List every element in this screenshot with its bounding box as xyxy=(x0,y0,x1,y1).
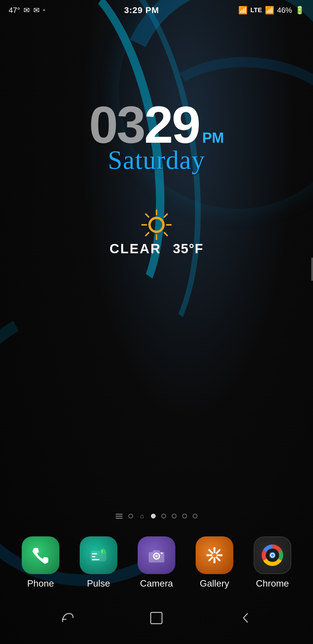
status-time: 3:29 PM xyxy=(124,5,159,15)
app-item-gallery[interactable]: Gallery xyxy=(196,536,233,589)
camera-icon[interactable] xyxy=(138,536,175,574)
notification-dot: • xyxy=(43,8,45,13)
weather-widget[interactable]: CLEAR 35°F xyxy=(0,209,313,256)
app-item-camera[interactable]: Camera xyxy=(138,536,175,589)
status-bar: 47° ✉ ✉ • 3:29 PM 📶 LTE 📶 46% 🔋 xyxy=(0,0,313,20)
mail-icon-1: ✉ xyxy=(23,6,30,15)
gallery-icon[interactable] xyxy=(196,536,233,574)
svg-point-23 xyxy=(213,547,216,550)
camera-label: Camera xyxy=(140,578,173,589)
page-indicators: ⌂ xyxy=(0,513,313,519)
svg-point-26 xyxy=(220,554,222,556)
home-button[interactable] xyxy=(145,606,168,629)
battery-percent: 46% xyxy=(277,6,292,15)
app-item-pulse[interactable]: ! Pulse xyxy=(80,536,117,589)
svg-point-22 xyxy=(212,553,217,558)
indicator-5[interactable] xyxy=(182,514,187,518)
recents-button[interactable] xyxy=(56,606,79,629)
svg-rect-32 xyxy=(151,612,162,624)
weather-info: CLEAR 35°F xyxy=(110,241,203,256)
indicator-4[interactable] xyxy=(172,514,176,518)
temperature-display: 47° xyxy=(9,6,20,15)
svg-point-13 xyxy=(100,549,106,554)
clock-widget[interactable]: 03 29 PM Saturday xyxy=(0,99,313,175)
pulse-label: Pulse xyxy=(87,578,110,589)
indicator-active[interactable] xyxy=(151,514,156,518)
svg-point-8 xyxy=(150,218,163,232)
app-item-chrome[interactable]: Chrome xyxy=(254,536,291,589)
svg-line-5 xyxy=(164,233,167,236)
indicator-home[interactable]: ⌂ xyxy=(139,513,145,519)
scrollbar-hint xyxy=(311,258,313,281)
indicator-3[interactable] xyxy=(161,514,166,518)
app-item-phone[interactable]: Phone xyxy=(22,536,59,589)
svg-point-24 xyxy=(213,561,216,563)
weather-condition: CLEAR xyxy=(110,241,161,256)
phone-label: Phone xyxy=(27,578,54,589)
battery-icon: 🔋 xyxy=(295,6,304,15)
chrome-label: Chrome xyxy=(256,578,289,589)
svg-point-16 xyxy=(155,555,158,557)
chrome-icon[interactable] xyxy=(254,536,291,574)
back-button[interactable] xyxy=(234,606,257,629)
indicator-6[interactable] xyxy=(193,514,197,518)
clock-time-display: 03 29 PM xyxy=(89,99,224,151)
indicator-menu xyxy=(116,514,123,519)
mail-icon-2: ✉ xyxy=(33,6,40,15)
clock-minute: 29 xyxy=(144,99,199,151)
clock-day: Saturday xyxy=(108,145,205,175)
svg-point-31 xyxy=(271,554,274,557)
sun-icon xyxy=(141,209,172,241)
svg-line-4 xyxy=(146,214,149,217)
status-left: 47° ✉ ✉ • xyxy=(9,6,45,15)
wifi-icon: 📶 xyxy=(238,6,248,15)
pulse-icon[interactable]: ! xyxy=(80,536,117,574)
indicator-1[interactable] xyxy=(128,514,133,518)
status-right: 📶 LTE 📶 46% 🔋 xyxy=(238,6,304,15)
app-dock: Phone ! Pulse Camera xyxy=(0,536,313,589)
svg-point-25 xyxy=(207,554,209,556)
svg-line-7 xyxy=(146,233,149,236)
phone-icon[interactable] xyxy=(22,536,59,574)
navigation-bar xyxy=(0,592,313,644)
svg-text:!: ! xyxy=(101,549,103,554)
weather-temperature: 35°F xyxy=(173,241,203,256)
gallery-label: Gallery xyxy=(200,578,229,589)
svg-line-6 xyxy=(164,214,167,217)
signal-icon: 📶 xyxy=(265,6,274,15)
svg-point-17 xyxy=(161,552,163,554)
clock-ampm: PM xyxy=(202,131,224,145)
clock-hour: 03 xyxy=(89,99,144,151)
lte-icon: LTE xyxy=(250,6,262,14)
